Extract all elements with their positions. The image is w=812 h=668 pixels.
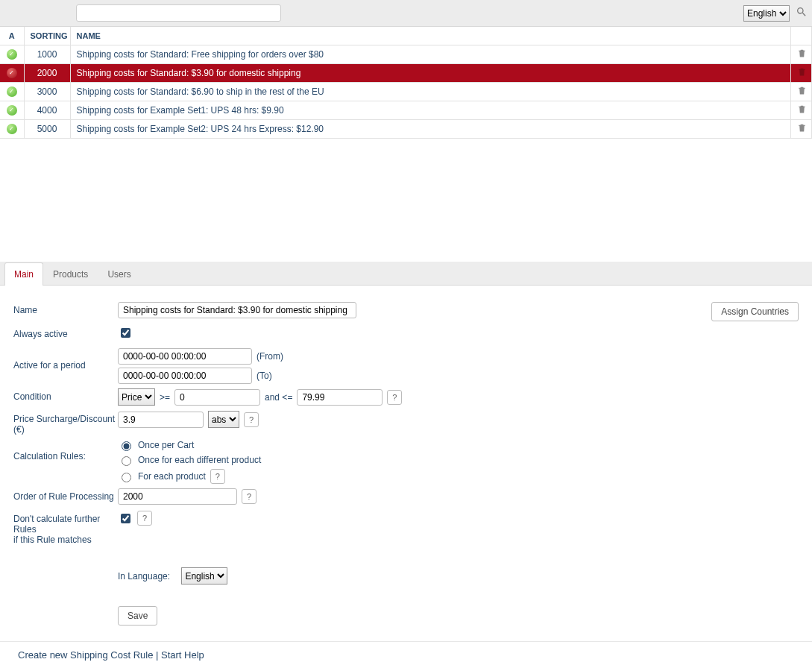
condition-max-input[interactable]: [297, 389, 383, 406]
save-button[interactable]: Save: [118, 606, 157, 626]
top-toolbar: English: [0, 0, 812, 27]
calc-once-product-label: Once for each different product: [138, 455, 261, 465]
stop-rules-checkbox[interactable]: [121, 514, 130, 523]
table-row[interactable]: 3000Shipping costs for Standard: $6.90 t…: [0, 83, 812, 101]
row-name: Shipping costs for Standard: $6.90 to sh…: [70, 83, 791, 101]
tab-users[interactable]: Users: [98, 262, 140, 286]
active-from-input[interactable]: [118, 348, 252, 365]
row-sort: 4000: [24, 101, 70, 120]
filter-input[interactable]: [76, 4, 281, 22]
table-row[interactable]: 2000Shipping costs for Standard: $3.90 f…: [0, 64, 812, 83]
tab-main[interactable]: Main: [4, 262, 43, 286]
tab-bar: Main Products Users: [0, 262, 812, 286]
status-icon: [7, 68, 17, 78]
footer: Create new Shipping Cost Rule | Start He…: [0, 641, 812, 646]
assign-countries-button[interactable]: Assign Countries: [711, 302, 799, 321]
table-row[interactable]: 5000Shipping costs for Example Set2: UPS…: [0, 120, 812, 139]
help-icon[interactable]: ?: [210, 469, 225, 484]
col-header-name[interactable]: NAME: [70, 27, 791, 45]
name-input[interactable]: [118, 302, 356, 318]
help-icon[interactable]: ?: [244, 412, 259, 427]
status-icon: [7, 49, 17, 60]
row-sort: 2000: [24, 64, 70, 83]
tab-products[interactable]: Products: [43, 262, 98, 286]
surcharge-input[interactable]: [118, 412, 204, 428]
delete-icon[interactable]: [797, 125, 807, 135]
name-label: Name: [13, 302, 118, 315]
and-lte-label: and <=: [265, 392, 292, 403]
calc-once-product-radio[interactable]: [122, 456, 131, 466]
always-active-checkbox[interactable]: [121, 328, 130, 338]
rule-form: Name Assign Countries Always active Acti…: [0, 286, 812, 646]
delete-icon[interactable]: [797, 87, 807, 98]
search-icon[interactable]: [796, 6, 808, 20]
row-sort: 3000: [24, 83, 70, 101]
stop-rules-label: Don't calculate further Rules if this Ru…: [13, 511, 118, 545]
calc-each-product-radio[interactable]: [122, 473, 131, 482]
gte-label: >=: [160, 392, 170, 403]
calc-each-product-label: For each product: [138, 471, 206, 482]
active-period-label: Active for a period: [13, 348, 118, 371]
table-row[interactable]: 4000Shipping costs for Example Set1: UPS…: [0, 101, 812, 120]
help-icon[interactable]: ?: [137, 511, 152, 526]
active-to-input[interactable]: [118, 368, 252, 384]
condition-type-select[interactable]: Price: [118, 388, 155, 406]
calc-once-cart-radio[interactable]: [122, 441, 131, 451]
delete-icon[interactable]: [797, 69, 807, 79]
status-icon: [7, 124, 17, 134]
in-language-label: In Language:: [118, 571, 170, 582]
status-icon: [7, 86, 17, 97]
row-name: Shipping costs for Example Set2: UPS 24 …: [70, 120, 791, 139]
delete-icon[interactable]: [797, 50, 807, 60]
calc-once-cart-label: Once per Cart: [138, 440, 194, 450]
col-header-a[interactable]: A: [0, 27, 24, 45]
condition-label: Condition: [13, 388, 118, 402]
table-row[interactable]: 1000Shipping costs for Standard: Free sh…: [0, 45, 812, 64]
delete-icon[interactable]: [797, 106, 807, 116]
row-name: Shipping costs for Standard: Free shippi…: [70, 45, 791, 64]
in-language-select[interactable]: English: [181, 567, 227, 584]
order-input[interactable]: [118, 488, 237, 505]
order-label: Order of Rule Processing: [13, 488, 118, 502]
to-suffix: (To): [256, 371, 272, 381]
calc-rules-label: Calculation Rules:: [13, 439, 118, 461]
from-suffix: (From): [256, 351, 283, 362]
condition-min-input[interactable]: [174, 389, 260, 406]
col-header-sort[interactable]: SORTING: [24, 27, 70, 45]
row-sort: 1000: [24, 45, 70, 64]
always-active-label: Always active: [13, 326, 118, 339]
row-name: Shipping costs for Standard: $3.90 for d…: [70, 64, 791, 83]
rules-table: A SORTING NAME 1000Shipping costs for St…: [0, 27, 812, 139]
row-name: Shipping costs for Example Set1: UPS 48 …: [70, 101, 791, 120]
row-sort: 5000: [24, 120, 70, 139]
help-icon[interactable]: ?: [242, 489, 256, 504]
surcharge-label: Price Surcharge/Discount (€): [13, 411, 118, 435]
status-icon: [7, 105, 17, 116]
help-icon[interactable]: ?: [387, 390, 402, 405]
surcharge-mode-select[interactable]: abs: [208, 411, 239, 428]
language-select[interactable]: English: [743, 5, 790, 22]
